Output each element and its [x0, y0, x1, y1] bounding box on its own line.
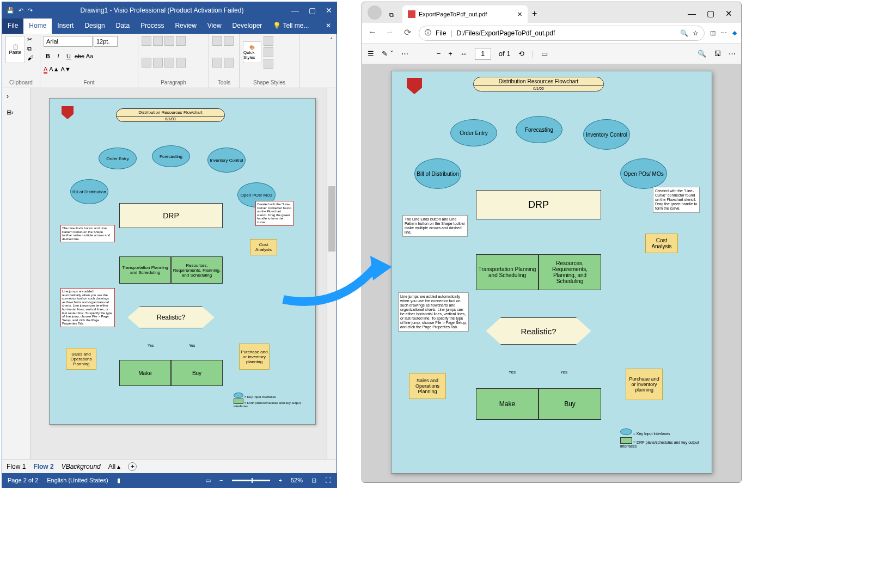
save-icon[interactable]: 💾: [7, 7, 14, 14]
bold-icon[interactable]: B: [44, 53, 52, 59]
align-justify-icon[interactable]: [176, 36, 186, 46]
font-name-select[interactable]: [44, 36, 93, 47]
shape-tool-icon[interactable]: [224, 58, 234, 68]
zoom-in-icon[interactable]: +: [279, 477, 282, 483]
info-icon[interactable]: ⓘ: [425, 28, 431, 38]
stencil-icon[interactable]: ⊞›: [2, 105, 30, 120]
full-screen-icon[interactable]: ⛶: [325, 477, 331, 483]
redo-icon[interactable]: ↷: [28, 7, 33, 14]
visio-ribbon: 📋Paste ✂ ⧉ 🖌 Clipboard B I U abc Aa: [2, 34, 337, 88]
align-left-icon[interactable]: [142, 36, 151, 46]
tab-process[interactable]: Process: [135, 19, 169, 34]
quick-styles-button[interactable]: 🎨Quick Styles: [243, 41, 261, 63]
pdf-icon: [408, 10, 415, 18]
effects-icon[interactable]: [264, 59, 273, 69]
back-icon[interactable]: ←: [366, 27, 378, 39]
workspaces-icon[interactable]: ⧉: [385, 7, 398, 23]
connector-icon[interactable]: [224, 36, 234, 46]
highlight-icon[interactable]: ✎ ˅: [382, 50, 394, 58]
macro-icon[interactable]: ▮: [117, 477, 120, 484]
tab-view[interactable]: View: [202, 19, 227, 34]
menu-icon[interactable]: ⋯: [721, 29, 727, 36]
paste-button[interactable]: 📋Paste: [5, 36, 25, 63]
forward-icon[interactable]: →: [384, 27, 396, 39]
ribbon-collapse-icon[interactable]: ˄: [327, 34, 337, 88]
page-tab-vbackground[interactable]: VBackground: [62, 463, 101, 470]
tab-file[interactable]: File: [2, 19, 23, 34]
maximize-icon[interactable]: ▢: [707, 9, 714, 19]
indent-right-icon[interactable]: [164, 58, 174, 68]
tab-review[interactable]: Review: [169, 19, 201, 34]
align-center-icon[interactable]: [153, 36, 163, 46]
more-tools-icon[interactable]: ⋯: [401, 50, 408, 58]
zoom-out-icon[interactable]: −: [437, 50, 441, 58]
bullets-icon[interactable]: [142, 58, 151, 68]
format-painter-icon[interactable]: 🖌: [27, 54, 33, 61]
rotate-icon[interactable]: ⟲: [518, 50, 524, 58]
more-icon[interactable]: ⋯: [729, 50, 736, 58]
close-icon[interactable]: ✕: [725, 9, 732, 19]
grow-font-icon[interactable]: A▲: [49, 66, 59, 74]
text-effect-icon[interactable]: Aa: [86, 53, 93, 59]
page-view-icon[interactable]: ▭: [541, 50, 548, 58]
split-screen-icon[interactable]: ◫: [710, 29, 715, 36]
page-tab-all[interactable]: All ▴: [108, 463, 121, 470]
page-tab-flow1[interactable]: Flow 1: [7, 463, 26, 470]
copilot-icon[interactable]: ◆: [732, 29, 737, 36]
tab-tellme[interactable]: 💡 Tell me...: [267, 19, 314, 34]
minimize-icon[interactable]: —: [291, 6, 299, 15]
tab-close-icon[interactable]: ✕: [517, 11, 522, 18]
para-icon[interactable]: [176, 58, 186, 68]
cut-icon[interactable]: ✂: [27, 36, 33, 43]
fill-icon[interactable]: [264, 36, 273, 46]
undo-icon[interactable]: ↶: [19, 7, 23, 14]
font-color-icon[interactable]: A: [44, 66, 47, 74]
tab-developer[interactable]: Developer: [227, 19, 268, 34]
copy-icon[interactable]: ⧉: [27, 45, 33, 52]
contents-icon[interactable]: ☰: [368, 50, 374, 58]
tab-insert[interactable]: Insert: [52, 19, 79, 34]
shapes-panel[interactable]: › ⊞›: [2, 88, 30, 459]
font-size-select[interactable]: [94, 36, 118, 47]
ribbon-close-icon[interactable]: ✕: [320, 19, 337, 34]
indent-left-icon[interactable]: [153, 58, 163, 68]
url-input[interactable]: ⓘ File | D:/Files/ExportPageToPdf_out.pd…: [419, 26, 705, 41]
new-tab-icon[interactable]: +: [528, 4, 541, 23]
presentation-icon[interactable]: ▭: [205, 477, 211, 484]
close-icon[interactable]: ✕: [326, 6, 332, 15]
zoom-reset-icon[interactable]: 🔍: [680, 29, 688, 37]
page-number-input[interactable]: [475, 48, 491, 60]
maximize-icon[interactable]: ▢: [309, 6, 316, 15]
favorite-icon[interactable]: ☆: [693, 29, 699, 37]
zoom-out-icon[interactable]: −: [219, 477, 223, 483]
tab-data[interactable]: Data: [111, 19, 135, 34]
underline-icon[interactable]: U: [64, 53, 73, 59]
save-icon[interactable]: 🖫: [714, 50, 721, 58]
note-line-jumps: Line jumps are added automatically when …: [398, 292, 469, 332]
pointer-icon[interactable]: [212, 36, 222, 46]
refresh-icon[interactable]: ⟳: [401, 27, 413, 39]
tab-home[interactable]: Home: [23, 19, 52, 34]
visio-window: 💾 ↶ ↷ Drawing1 - Visio Professional (Pro…: [2, 2, 337, 488]
flowchart-title-box: Distribution Resources Flowchart 6/1/00: [473, 77, 604, 91]
search-icon[interactable]: 🔍: [698, 50, 706, 58]
profile-icon[interactable]: [368, 5, 382, 20]
minimize-icon[interactable]: —: [688, 9, 696, 19]
tab-design[interactable]: Design: [79, 19, 110, 34]
add-page-icon[interactable]: +: [128, 462, 137, 471]
align-right-icon[interactable]: [164, 36, 174, 46]
shrink-font-icon[interactable]: A▼: [61, 66, 71, 74]
fit-width-icon[interactable]: ↔: [460, 50, 467, 58]
node-resources: Resources, Requirements, Planning, and S…: [171, 256, 223, 284]
pdf-viewer[interactable]: Distribution Resources Flowchart 6/1/00 …: [362, 64, 741, 482]
edge-addressbar: ← → ⟳ ⓘ File | D:/Files/ExportPageToPdf_…: [362, 23, 741, 44]
group-font: Font: [44, 79, 134, 85]
strike-icon[interactable]: abc: [75, 53, 84, 59]
fit-page-icon[interactable]: ⊡: [311, 477, 316, 484]
text-tool-icon[interactable]: [212, 58, 222, 68]
browser-tab[interactable]: ExportPageToPdf_out.pdf ✕: [402, 5, 528, 23]
line-icon[interactable]: [264, 47, 273, 57]
italic-icon[interactable]: I: [54, 53, 63, 59]
zoom-in-icon[interactable]: +: [448, 50, 452, 58]
page-tab-flow2[interactable]: Flow 2: [33, 463, 53, 470]
